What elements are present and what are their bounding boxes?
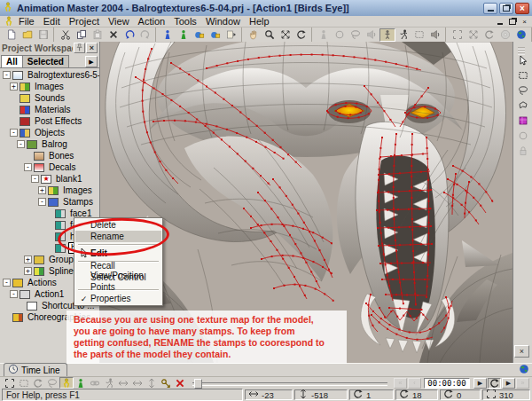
key-model-button[interactable] <box>59 377 74 389</box>
key-branch-button[interactable] <box>74 377 88 389</box>
palette-drag-handle[interactable] <box>516 43 530 51</box>
sound-mode-button[interactable] <box>427 28 443 42</box>
key-translate-button[interactable] <box>3 377 17 389</box>
tree-item-sounds[interactable]: Sounds <box>0 92 99 104</box>
collapse-icon[interactable]: - <box>10 290 18 298</box>
tree-item-balrogtextures6-5-04[interactable]: -Balrogtextures6-5-04 <box>0 69 99 81</box>
copy-button[interactable] <box>74 28 90 42</box>
key-skip-button <box>145 377 159 389</box>
delete-keyframe-button[interactable] <box>173 377 187 389</box>
collapse-icon[interactable]: - <box>3 71 11 79</box>
context-menu-item-properties[interactable]: ✓Properties <box>75 293 161 304</box>
child-restore-button[interactable] <box>506 17 518 27</box>
key-prev-button <box>116 377 130 389</box>
select-tool-button[interactable] <box>515 53 531 67</box>
new-choreography-button[interactable] <box>192 28 207 42</box>
menu-edit[interactable]: Edit <box>39 16 65 27</box>
make-keyframe-button[interactable] <box>159 377 173 389</box>
new-project-item-button[interactable] <box>207 28 223 42</box>
child-close-button[interactable]: × <box>519 17 530 27</box>
menu-action[interactable]: Action <box>134 16 170 27</box>
collapse-icon[interactable]: - <box>24 163 32 171</box>
menu-window[interactable]: Window <box>201 16 245 27</box>
tree-item-objects[interactable]: -Objects <box>0 127 99 138</box>
new-action-button[interactable] <box>176 28 192 42</box>
tree-item-decals[interactable]: -Decals <box>0 161 99 173</box>
tree-item-stamps[interactable]: -Stamps <box>0 196 99 208</box>
collapse-icon[interactable]: - <box>3 279 11 287</box>
posteffects-icon <box>20 117 30 126</box>
open-button[interactable] <box>20 28 35 42</box>
menu-tools[interactable]: Tools <box>169 16 201 27</box>
skeletal-mode-button[interactable] <box>379 28 395 42</box>
lasso-tool-button[interactable] <box>515 83 531 98</box>
collapse-icon[interactable]: - <box>31 175 39 183</box>
tree-item-post-effects[interactable]: Post Effects <box>0 115 99 127</box>
minimize-button[interactable] <box>483 3 497 14</box>
child-window-icon[interactable] <box>3 17 14 27</box>
patch-select-tool-button[interactable] <box>515 114 531 128</box>
expand-icon[interactable]: + <box>24 267 32 275</box>
bound-mode-button <box>316 28 332 42</box>
tree-item-bones[interactable]: Bones <box>0 150 99 161</box>
expand-icon[interactable]: + <box>10 83 18 90</box>
fitc-icon <box>486 389 497 401</box>
expand-icon[interactable]: + <box>24 256 32 263</box>
rect-select-tool-button[interactable] <box>515 68 531 83</box>
menu-file[interactable]: File <box>14 16 39 27</box>
varrow-icon <box>298 389 309 401</box>
pin-icon[interactable] <box>74 43 85 53</box>
tree-item-blank1[interactable]: -★blank1 <box>0 173 99 185</box>
new-button[interactable] <box>4 28 20 42</box>
images-icon <box>48 186 59 195</box>
stamps-icon <box>48 198 59 207</box>
new-model-button[interactable] <box>160 28 176 42</box>
delete-button[interactable] <box>106 28 121 42</box>
undo-button[interactable] <box>121 28 137 42</box>
frame-slider[interactable] <box>192 377 387 389</box>
collapse-icon[interactable]: - <box>38 198 46 206</box>
zoom-view-button[interactable] <box>262 28 278 42</box>
tree-item-label: Balrogtextures6-5-04 <box>26 70 99 80</box>
statusbar: For Help, press F1 -23-5181180310 <box>0 389 532 401</box>
collapse-icon[interactable]: - <box>17 140 25 148</box>
play-button[interactable]: ▶ <box>473 378 487 389</box>
tab-scroll-arrow[interactable]: ▶ <box>85 56 98 67</box>
cut-button[interactable] <box>58 28 74 42</box>
next-frame-button[interactable]: ▶ <box>502 378 515 389</box>
tree-item-materials[interactable]: Materials <box>0 104 99 115</box>
checkmark-icon: ✓ <box>77 295 90 303</box>
move-view-button[interactable] <box>246 28 262 42</box>
tree-item-images[interactable]: +Images <box>0 185 99 196</box>
objects-icon <box>20 129 30 138</box>
navigate-globe-button[interactable] <box>513 28 529 42</box>
turn-view-button[interactable] <box>293 28 309 42</box>
menu-help[interactable]: Help <box>245 16 274 27</box>
restore-button[interactable] <box>499 3 513 14</box>
tab-selected[interactable]: Selected <box>22 55 69 67</box>
menu-project[interactable]: Project <box>65 16 104 27</box>
fit-view-button[interactable] <box>278 28 293 42</box>
frame-slider-handle[interactable] <box>194 379 202 389</box>
library-button[interactable] <box>223 28 239 42</box>
close-button[interactable]: × <box>515 3 529 14</box>
key-next-button <box>130 377 145 389</box>
timecode-display[interactable]: 00:00:00 <box>424 378 470 389</box>
expand-icon[interactable]: + <box>38 186 46 194</box>
collapse-icon[interactable]: - <box>10 129 18 137</box>
panel-close-icon[interactable]: × <box>86 43 98 53</box>
tab-all[interactable]: All <box>1 55 23 67</box>
status-cell-0: -23 <box>245 389 293 400</box>
tree-item-balrog[interactable]: -Balrog <box>0 138 99 150</box>
tree-item-images[interactable]: +Images <box>0 81 99 92</box>
context-menu-item-select-control-points[interactable]: Select Control Points <box>75 276 161 287</box>
loop-button[interactable] <box>488 378 501 389</box>
animation-master-window: Animation Master 2004 - Balrogtextures6-… <box>0 0 532 401</box>
muscle-mode-button[interactable] <box>395 28 411 42</box>
tab-time-line[interactable]: Time Line <box>4 363 67 376</box>
menu-view[interactable]: View <box>104 16 134 27</box>
child-minimize-button[interactable] <box>494 17 505 27</box>
palette-close-icon[interactable]: × <box>514 345 529 358</box>
poly-lasso-tool-button[interactable] <box>515 98 531 113</box>
workspace-tabs: All Selected ▶ <box>0 54 99 68</box>
